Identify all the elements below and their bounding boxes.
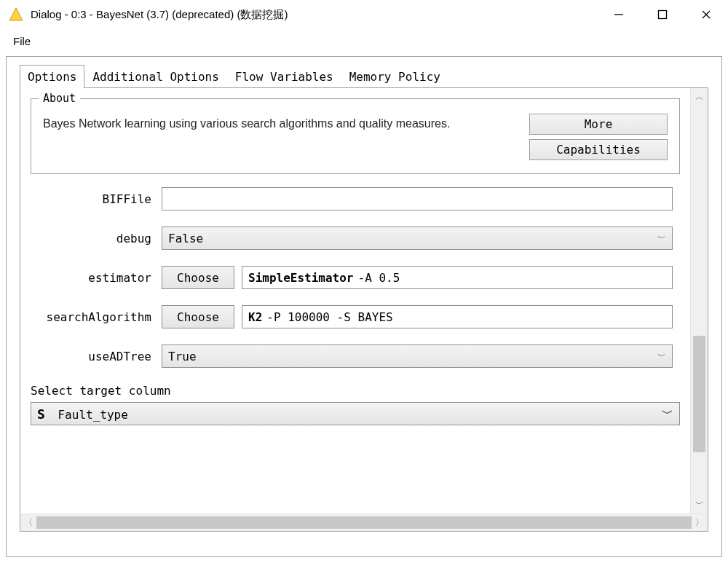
scroll-left-icon: 〈 xyxy=(20,516,36,529)
close-button[interactable] xyxy=(684,0,728,29)
svg-marker-0 xyxy=(9,8,23,20)
row-searchalgorithm: searchAlgorithm Choose K2 -P 100000 -S B… xyxy=(38,305,673,328)
window-title: Dialog - 0:3 - BayesNet (3.7) (deprecate… xyxy=(31,8,597,22)
tab-options-content: About Bayes Network learning using vario… xyxy=(20,88,690,513)
tab-label: Memory Policy xyxy=(349,70,440,84)
estimator-classname: SimpleEstimator xyxy=(248,271,354,285)
tab-flow-variables[interactable]: Flow Variables xyxy=(227,65,341,88)
dialog-client-frame: Options Additional Options Flow Variable… xyxy=(6,56,722,557)
target-column-select[interactable]: S Fault_type ﹀ xyxy=(31,402,680,425)
chevron-down-icon: ﹀ xyxy=(662,406,673,422)
target-column-value: Fault_type xyxy=(58,408,127,422)
tab-label: Additional Options xyxy=(92,70,218,84)
tab-panel: About Bayes Network learning using vario… xyxy=(20,87,708,532)
app-icon xyxy=(9,7,23,22)
estimator-args: -A 0.5 xyxy=(358,271,400,285)
about-legend: About xyxy=(39,92,80,105)
menu-file[interactable]: File xyxy=(10,34,33,49)
tab-additional-options[interactable]: Additional Options xyxy=(84,65,226,88)
horizontal-scroll-track[interactable] xyxy=(36,514,692,531)
about-description: Bayes Network learning using various sea… xyxy=(43,114,515,133)
tab-memory-policy[interactable]: Memory Policy xyxy=(341,65,448,88)
menubar: File xyxy=(0,29,728,56)
scroll-right-icon: 〉 xyxy=(692,516,708,529)
horizontal-scrollbar[interactable]: 〈 〉 xyxy=(20,513,708,531)
more-button[interactable]: More xyxy=(529,114,668,135)
tab-label: Options xyxy=(28,70,76,84)
searchalgorithm-label: searchAlgorithm xyxy=(38,310,162,324)
options-table: BIFFile debug False ﹀ estimator Choo xyxy=(31,187,680,368)
row-estimator: estimator Choose SimpleEstimator -A 0.5 xyxy=(38,266,673,289)
scroll-up-icon: ︿ xyxy=(691,91,708,103)
biffile-input[interactable] xyxy=(162,187,673,210)
target-column-label: Select target column xyxy=(31,384,680,398)
searchalgorithm-args: -P 100000 -S BAYES xyxy=(266,310,392,324)
string-type-icon: S xyxy=(37,406,45,422)
about-groupbox: About Bayes Network learning using vario… xyxy=(31,98,680,174)
window-controls xyxy=(597,0,728,29)
row-debug: debug False ﹀ xyxy=(38,227,673,250)
button-label: More xyxy=(585,117,613,131)
debug-label: debug xyxy=(38,232,162,245)
scroll-down-icon: ﹀ xyxy=(691,498,708,511)
vertical-scroll-thumb[interactable] xyxy=(693,336,705,452)
tab-label: Flow Variables xyxy=(235,70,333,84)
minimize-button[interactable] xyxy=(597,0,641,29)
svg-rect-2 xyxy=(659,11,667,19)
debug-select[interactable]: False ﹀ xyxy=(162,227,673,250)
target-section: Select target column S Fault_type ﹀ xyxy=(31,384,680,425)
useadtree-select[interactable]: True ﹀ xyxy=(162,344,673,368)
useadtree-value: True xyxy=(168,350,197,363)
searchalgorithm-editor[interactable]: K2 -P 100000 -S BAYES xyxy=(242,305,673,328)
chevron-down-icon: ﹀ xyxy=(657,232,666,245)
capabilities-button[interactable]: Capabilities xyxy=(529,139,668,160)
row-biffile: BIFFile xyxy=(38,187,673,210)
button-label: Capabilities xyxy=(556,143,641,157)
row-useadtree: useADTree True ﹀ xyxy=(38,344,673,368)
chevron-down-icon: ﹀ xyxy=(657,350,666,363)
tabstrip: Options Additional Options Flow Variable… xyxy=(7,64,721,87)
button-label: Choose xyxy=(177,310,219,324)
tab-options[interactable]: Options xyxy=(20,65,84,88)
biffile-label: BIFFile xyxy=(38,192,162,206)
estimator-label: estimator xyxy=(38,271,162,285)
horizontal-scroll-thumb[interactable] xyxy=(36,516,692,529)
searchalgorithm-choose-button[interactable]: Choose xyxy=(162,305,234,328)
titlebar: Dialog - 0:3 - BayesNet (3.7) (deprecate… xyxy=(0,0,728,29)
useadtree-label: useADTree xyxy=(38,350,162,363)
vertical-scrollbar[interactable]: ︿ ﹀ xyxy=(690,88,708,513)
button-label: Choose xyxy=(177,271,219,285)
maximize-button[interactable] xyxy=(641,0,684,29)
estimator-editor[interactable]: SimpleEstimator -A 0.5 xyxy=(242,266,673,289)
debug-value: False xyxy=(168,232,203,245)
tab-scroll-area: About Bayes Network learning using vario… xyxy=(20,88,708,513)
searchalgorithm-classname: K2 xyxy=(248,310,262,324)
estimator-choose-button[interactable]: Choose xyxy=(162,266,234,289)
